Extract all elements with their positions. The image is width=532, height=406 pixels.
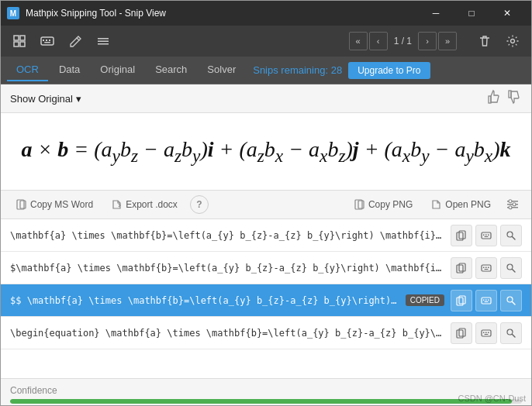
- action-settings-icon: [506, 198, 519, 211]
- svg-rect-16: [20, 201, 26, 208]
- latex-row[interactable]: $\mathbf{a} \times \mathbf{b}=\left(a_{y…: [1, 252, 531, 284]
- copy-png-button[interactable]: Copy PNG: [348, 196, 419, 213]
- svg-rect-9: [98, 38, 109, 40]
- tab-ocr[interactable]: OCR: [7, 59, 48, 81]
- svg-rect-56: [485, 332, 487, 333]
- latex-text: \begin{equation} \mathbf{a} \times \math…: [10, 328, 444, 339]
- export-docx-label: Export .docx: [126, 199, 178, 210]
- keyboard-latex-button[interactable]: [475, 225, 497, 246]
- svg-point-22: [509, 200, 512, 203]
- svg-line-60: [513, 334, 516, 337]
- svg-rect-55: [483, 332, 485, 333]
- tabs-bar: OCR Data Original Search Solver Snips re…: [1, 57, 531, 84]
- svg-rect-3: [20, 42, 25, 46]
- search-latex-button[interactable]: [500, 225, 522, 246]
- svg-point-50: [507, 297, 513, 302]
- open-png-label: Open PNG: [445, 199, 491, 210]
- nav-next-button[interactable]: ›: [418, 32, 437, 50]
- keyboard-latex-button[interactable]: [475, 257, 497, 279]
- thumbup-button[interactable]: [486, 89, 502, 108]
- open-png-button[interactable]: Open PNG: [425, 196, 497, 213]
- tab-data[interactable]: Data: [50, 59, 89, 81]
- confidence-track: [10, 399, 522, 404]
- thumbdown-button[interactable]: [506, 89, 522, 108]
- tab-search[interactable]: Search: [146, 59, 196, 81]
- copy-latex-button[interactable]: [451, 290, 472, 311]
- svg-rect-8: [44, 42, 50, 43]
- nav-first-button[interactable]: «: [349, 32, 368, 50]
- tab-solver[interactable]: Solver: [198, 59, 245, 81]
- svg-point-32: [507, 232, 513, 237]
- latex-row[interactable]: \mathbf{a} \times \mathbf{b}=\left(a_{y}…: [1, 219, 531, 252]
- maximize-button[interactable]: □: [454, 1, 489, 26]
- minimize-button[interactable]: ─: [418, 1, 454, 26]
- svg-rect-31: [485, 236, 489, 237]
- keyboard-latex-button[interactable]: [475, 290, 497, 311]
- svg-rect-58: [485, 334, 489, 335]
- svg-point-59: [507, 329, 513, 335]
- upgrade-button[interactable]: Upgrade to Pro: [348, 62, 430, 79]
- nav-prev-button[interactable]: ‹: [369, 32, 388, 50]
- latex-row-icons: [451, 290, 522, 311]
- search-latex-button[interactable]: [500, 322, 522, 344]
- svg-rect-6: [46, 40, 47, 41]
- svg-rect-57: [488, 332, 489, 333]
- menu-icon[interactable]: [91, 29, 116, 53]
- latex-row[interactable]: $$ \mathbf{a} \times \mathbf{b}=\left(a_…: [1, 284, 531, 317]
- export-docx-button[interactable]: Export .docx: [105, 196, 184, 213]
- show-original-toggle[interactable]: Show Original ▾: [10, 93, 81, 105]
- nav-controls: « ‹ 1 / 1 › »: [349, 32, 457, 50]
- trash-icon[interactable]: [472, 29, 497, 53]
- snip-icon[interactable]: [7, 29, 32, 53]
- help-icon: ?: [196, 199, 202, 210]
- app-icon: M: [7, 7, 19, 19]
- keyboard-icon[interactable]: [35, 29, 60, 53]
- svg-rect-40: [485, 269, 489, 270]
- svg-rect-37: [483, 267, 485, 268]
- copy-msword-button[interactable]: Copy MS Word: [10, 196, 99, 213]
- svg-rect-28: [483, 234, 485, 236]
- svg-rect-30: [488, 234, 489, 236]
- svg-rect-1: [20, 36, 25, 40]
- keyboard-latex-button[interactable]: [475, 322, 497, 344]
- tab-original[interactable]: Original: [91, 59, 144, 81]
- svg-point-23: [513, 203, 516, 206]
- svg-rect-47: [485, 299, 487, 301]
- search-latex-button[interactable]: [500, 257, 522, 279]
- toolbar-right-actions: [472, 29, 525, 53]
- math-display-area: a × b = (aybz − azby)i + (azbx − axbz)j …: [1, 113, 531, 191]
- svg-rect-18: [358, 201, 364, 208]
- latex-row-icons: [451, 322, 522, 344]
- copy-latex-button[interactable]: [451, 322, 472, 344]
- main-toolbar: « ‹ 1 / 1 › »: [1, 26, 531, 57]
- settings-gear-icon[interactable]: [500, 29, 525, 53]
- math-formula: a × b = (aybz − azby)i + (azbx − axbz)j …: [21, 137, 510, 167]
- help-button[interactable]: ?: [190, 195, 209, 214]
- latex-row[interactable]: \begin{equation} \mathbf{a} \times \math…: [1, 317, 531, 349]
- svg-rect-11: [98, 43, 109, 45]
- svg-rect-10: [98, 41, 109, 43]
- svg-rect-5: [43, 40, 44, 41]
- copy-latex-button[interactable]: [451, 257, 472, 279]
- action-settings-button[interactable]: [503, 195, 522, 214]
- copy-msword-icon: [16, 199, 27, 210]
- svg-rect-14: [509, 91, 511, 98]
- copy-latex-button[interactable]: [451, 225, 472, 246]
- svg-rect-38: [485, 267, 487, 268]
- nav-last-button[interactable]: »: [438, 32, 457, 50]
- svg-point-12: [511, 40, 515, 43]
- svg-rect-0: [14, 36, 19, 40]
- main-content: Show Original ▾ a × b = (aybz − azby)i +…: [1, 84, 531, 406]
- svg-line-42: [513, 269, 516, 272]
- latex-row-icons: [451, 225, 522, 246]
- close-button[interactable]: ✕: [489, 1, 525, 26]
- latex-row-icons: [451, 257, 522, 279]
- action-bar: Copy MS Word Export .docx ? Copy PNG: [1, 191, 531, 219]
- chevron-down-icon: ▾: [76, 93, 81, 105]
- latex-text: \mathbf{a} \times \mathbf{b}=\left(a_{y}…: [10, 230, 444, 241]
- svg-line-33: [513, 236, 516, 239]
- svg-rect-49: [485, 301, 489, 302]
- edit-icon[interactable]: [63, 29, 88, 53]
- copy-png-label: Copy PNG: [368, 199, 413, 210]
- search-latex-button[interactable]: [500, 290, 522, 311]
